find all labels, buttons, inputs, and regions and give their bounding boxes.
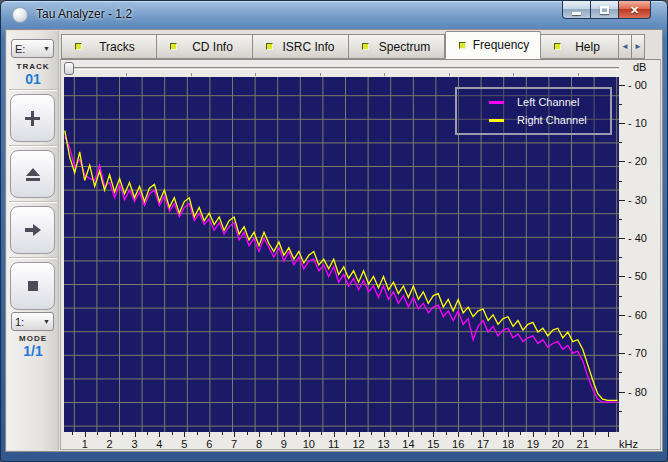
y-tick (619, 161, 625, 162)
x-tick (558, 432, 559, 437)
eject-button[interactable] (10, 150, 55, 198)
x-tick-label: 20 (549, 438, 567, 450)
next-button[interactable] (10, 206, 55, 254)
x-tick-label: 6 (200, 438, 218, 450)
y-tick-label: - 20 (628, 155, 662, 167)
chevron-down-icon: ▼ (43, 318, 50, 325)
x-tick-label: 17 (474, 438, 492, 450)
tab-frequency[interactable]: Frequency (445, 31, 541, 59)
tabs: TracksCD InfoISRC InfoSpectrumFrequencyH… (61, 31, 619, 59)
y-tick (619, 315, 625, 316)
x-tick-label: 15 (424, 438, 442, 450)
tab-status-led (459, 42, 466, 49)
y-tick-label: - 70 (628, 347, 662, 359)
tab-label: Frequency (466, 38, 540, 52)
chart-legend: Left ChannelRight Channel (455, 87, 612, 135)
slider-track (64, 67, 619, 70)
x-tick (496, 432, 497, 435)
divider (9, 89, 57, 91)
x-tick (72, 432, 73, 435)
stop-icon (28, 281, 38, 291)
x-tick (433, 432, 434, 437)
y-tick (619, 276, 625, 277)
stop-button[interactable] (10, 262, 55, 310)
window-title: Tau Analyzer - 1.2 (36, 7, 132, 21)
y-axis: - 00- 10- 20- 30- 40- 50- 60- 70- 80 (619, 77, 664, 432)
x-tick-label: 12 (350, 438, 368, 450)
tab-spectrum[interactable]: Spectrum (349, 34, 445, 59)
y-tick (619, 238, 625, 239)
x-tick (259, 432, 260, 437)
y-minor-tick (619, 181, 622, 182)
x-tick (583, 432, 584, 437)
plus-icon (25, 111, 40, 126)
legend-item: Left Channel (457, 95, 610, 109)
tab-status-led (170, 43, 177, 50)
mode-value: 1/1 (7, 343, 59, 359)
y-tick (619, 123, 625, 124)
slider-thumb[interactable] (64, 62, 74, 75)
x-tick-label: 8 (250, 438, 268, 450)
minimize-button[interactable] (562, 1, 591, 19)
y-tick-label: - 30 (628, 194, 662, 206)
maximize-button[interactable] (591, 1, 618, 19)
x-tick (184, 432, 185, 437)
tab-scroll-left-button[interactable]: ◄ (619, 34, 632, 59)
x-tick (608, 432, 609, 437)
right-channel-line (65, 131, 618, 401)
maximize-icon (600, 6, 609, 14)
divider (9, 201, 57, 203)
eject-icon (26, 168, 40, 181)
tab-help[interactable]: Help (541, 34, 619, 59)
minimize-icon (572, 12, 581, 15)
sidebar: E: ▼ TRACK 01 1: ▼ (7, 31, 59, 450)
y-tick-label: - 50 (628, 270, 662, 282)
tab-label: ISRC Info (273, 40, 348, 54)
x-tick (371, 432, 372, 435)
tab-label: Help (561, 40, 618, 54)
tab-tracks[interactable]: Tracks (61, 34, 157, 59)
close-button[interactable]: ✕ (618, 1, 651, 19)
x-tick-label: 13 (375, 438, 393, 450)
x-tick-label: 4 (150, 438, 168, 450)
x-tick (135, 432, 136, 437)
slider-tick (384, 73, 385, 76)
tab-label: Spectrum (369, 40, 444, 54)
slider-tick (578, 73, 579, 76)
divider (9, 257, 57, 259)
x-tick (247, 432, 248, 435)
tab-isrc-info[interactable]: ISRC Info (253, 34, 349, 59)
x-tick-label: 7 (225, 438, 243, 450)
titlebar[interactable]: Tau Analyzer - 1.2 ✕ (1, 1, 667, 29)
x-tick (159, 432, 160, 437)
x-tick (222, 432, 223, 435)
x-tick (508, 432, 509, 437)
x-tick-label: 2 (101, 438, 119, 450)
legend-label: Right Channel (517, 114, 587, 126)
client-area: E: ▼ TRACK 01 1: ▼ (5, 29, 663, 452)
y-tick (619, 85, 625, 86)
mode-selector[interactable]: 1: ▼ (11, 312, 54, 331)
x-tick (309, 432, 310, 437)
x-axis: 123456789101112131415161718192021 (64, 432, 619, 454)
x-tick (234, 432, 235, 437)
x-tick (458, 432, 459, 437)
tab-cd-info[interactable]: CD Info (157, 34, 253, 59)
add-button[interactable] (10, 94, 55, 142)
x-tick (483, 432, 484, 437)
x-tick (110, 432, 111, 437)
x-tick (147, 432, 148, 435)
y-tick-label: - 10 (628, 117, 662, 129)
x-tick-label: 10 (300, 438, 318, 450)
tab-status-led (266, 43, 273, 50)
x-tick (446, 432, 447, 435)
x-tick (172, 432, 173, 435)
tab-scroll-right-button[interactable]: ► (632, 34, 645, 59)
x-tick-label: 3 (126, 438, 144, 450)
x-tick (359, 432, 360, 437)
x-tick-label: 21 (574, 438, 592, 450)
mode-selector-value: 1: (15, 316, 43, 328)
position-slider[interactable] (64, 62, 619, 76)
drive-selector[interactable]: E: ▼ (11, 39, 54, 58)
slider-tick (191, 73, 192, 76)
